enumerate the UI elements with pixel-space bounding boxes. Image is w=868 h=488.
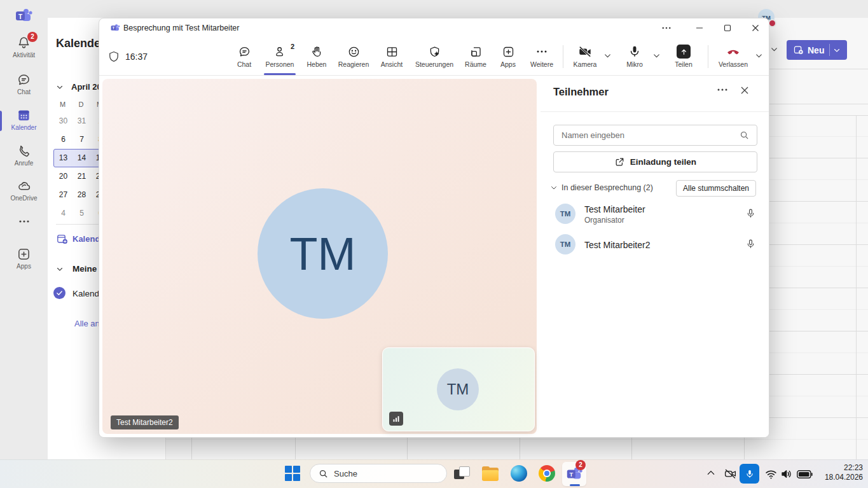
minimize-icon bbox=[696, 24, 703, 32]
leave-button[interactable]: Verlassen bbox=[713, 38, 753, 75]
mini-calendar-day[interactable]: 5 bbox=[72, 205, 91, 222]
self-view-tile[interactable]: TM bbox=[382, 347, 535, 431]
tab-more[interactable]: Weitere bbox=[523, 38, 560, 75]
chevron-down-icon[interactable] bbox=[56, 265, 64, 273]
tab-controls[interactable]: Steuerungen bbox=[410, 38, 458, 75]
task-view-button[interactable] bbox=[454, 466, 469, 480]
mini-calendar-day[interactable]: 30 bbox=[54, 113, 72, 130]
teams-taskbar-badge: 2 bbox=[575, 460, 586, 470]
mini-calendar-day[interactable]: 20 bbox=[54, 168, 72, 185]
calendar-add-icon bbox=[793, 45, 804, 55]
share-button[interactable]: Teilen bbox=[668, 38, 699, 75]
volume-icon[interactable] bbox=[780, 468, 793, 480]
battery-icon[interactable] bbox=[797, 470, 813, 478]
tab-label: Apps bbox=[500, 60, 516, 68]
participants-title: Teilnehmer bbox=[553, 86, 609, 98]
participant-search-input[interactable] bbox=[554, 130, 740, 140]
mic-icon bbox=[628, 45, 642, 59]
task-view-icon bbox=[459, 466, 470, 477]
camera-options-chevron[interactable] bbox=[603, 52, 612, 60]
mini-calendar-day[interactable]: 31 bbox=[72, 113, 91, 130]
mini-calendar-day[interactable]: 13 bbox=[54, 150, 72, 167]
chrome-button[interactable] bbox=[539, 465, 555, 482]
mini-calendar-day[interactable]: 4 bbox=[54, 205, 72, 222]
ellipsis-icon bbox=[19, 220, 29, 223]
section-chevron-icon[interactable] bbox=[550, 184, 558, 192]
sidebar-item-calendar[interactable]: Kalender bbox=[0, 108, 48, 131]
mic-button[interactable]: Mikro bbox=[618, 38, 651, 75]
mini-calendar-day[interactable]: 27 bbox=[54, 186, 72, 204]
participant-search[interactable] bbox=[553, 125, 757, 146]
wifi-icon[interactable] bbox=[765, 469, 777, 480]
security-shield-icon[interactable] bbox=[107, 50, 120, 63]
mute-all-button[interactable]: Alle stummschalten bbox=[676, 180, 756, 197]
sidebar-item-label: Apps bbox=[0, 263, 48, 270]
mini-calendar-day[interactable]: 7 bbox=[72, 131, 91, 148]
mini-calendar-day[interactable]: 14 bbox=[72, 150, 91, 167]
mic-options-chevron[interactable] bbox=[652, 52, 661, 60]
mini-calendar-day[interactable]: 28 bbox=[72, 186, 91, 204]
sidebar-item-apps[interactable]: Apps bbox=[0, 247, 48, 270]
plus-square-icon bbox=[17, 247, 31, 261]
calendar-checkbox[interactable] bbox=[53, 287, 65, 299]
mic-icon bbox=[745, 469, 755, 479]
file-explorer-button[interactable] bbox=[482, 466, 499, 481]
participant-mic-icon[interactable] bbox=[745, 208, 756, 219]
participants-more-button[interactable] bbox=[717, 88, 727, 91]
tab-raise-hand[interactable]: Heben bbox=[300, 38, 334, 75]
taskbar-clock[interactable]: 22:23 18.04.2026 bbox=[825, 463, 863, 482]
leave-options-chevron[interactable] bbox=[755, 52, 763, 60]
participant-row[interactable]: TM Test Mitarbeiter2 bbox=[541, 230, 769, 261]
tray-expand-button[interactable] bbox=[706, 470, 715, 476]
new-event-dropdown[interactable] bbox=[830, 46, 844, 54]
view-selector-chevron-icon[interactable] bbox=[770, 45, 778, 53]
meeting-maximize-button[interactable] bbox=[724, 24, 731, 32]
chevron-down-icon[interactable] bbox=[56, 83, 64, 91]
tab-view[interactable]: Ansicht bbox=[373, 38, 410, 75]
sidebar-item-calls[interactable]: Anrufe bbox=[0, 144, 48, 167]
mini-calendar-day[interactable]: 21 bbox=[72, 168, 91, 185]
tab-label: Steuerungen bbox=[415, 60, 453, 68]
mini-calendar-day[interactable]: 6 bbox=[54, 131, 72, 148]
new-event-button[interactable]: Neu bbox=[787, 40, 847, 60]
app-topbar bbox=[48, 0, 868, 18]
titlebar-more-button[interactable] bbox=[662, 27, 671, 29]
page-title: Kalender bbox=[56, 37, 105, 50]
participant-name: Test Mitarbeiter bbox=[584, 204, 645, 214]
new-event-main[interactable]: Neu bbox=[787, 45, 829, 55]
sidebar-item-activity[interactable]: 2 Aktivität bbox=[0, 36, 48, 59]
taskbar-search[interactable]: Suche bbox=[310, 464, 447, 483]
toolbar-tabs: Chat 2 Personen Heben Reagieren Ansicht bbox=[228, 38, 560, 75]
chat-icon bbox=[17, 73, 31, 87]
meeting-close-button[interactable] bbox=[752, 24, 759, 32]
rail-more-button[interactable] bbox=[0, 220, 48, 223]
section-header[interactable]: In dieser Besprechung (2) bbox=[561, 183, 653, 192]
teams-logo: T bbox=[14, 6, 33, 25]
participant-mic-icon[interactable] bbox=[745, 239, 756, 249]
meeting-timer: 16:37 bbox=[125, 52, 148, 62]
share-invite-button[interactable]: Einladung teilen bbox=[553, 151, 757, 172]
sidebar-item-chat[interactable]: Chat bbox=[0, 73, 48, 95]
maximize-icon bbox=[724, 24, 731, 32]
folder-icon bbox=[482, 470, 499, 481]
tab-people[interactable]: 2 Personen bbox=[260, 38, 300, 75]
tab-apps[interactable]: Apps bbox=[493, 38, 523, 75]
sidebar-item-onedrive[interactable]: OneDrive bbox=[0, 179, 48, 202]
sidebar-item-label: Aktivität bbox=[0, 52, 48, 59]
participant-initials: TM bbox=[560, 241, 571, 248]
participant-row[interactable]: TM Test Mitarbeiter Organisator bbox=[541, 200, 769, 230]
active-app-indicator bbox=[570, 484, 580, 486]
tab-react[interactable]: Reagieren bbox=[334, 38, 373, 75]
meeting-minimize-button[interactable] bbox=[696, 24, 703, 32]
tray-camera-off-button[interactable] bbox=[724, 467, 737, 480]
participants-close-button[interactable] bbox=[740, 86, 749, 95]
meeting-titlebar[interactable]: T Besprechung mit Test Mitarbeiter bbox=[99, 18, 769, 38]
tab-rooms[interactable]: Räume bbox=[458, 38, 493, 75]
ellipsis-icon bbox=[662, 27, 671, 29]
mic-label: Mikro bbox=[626, 60, 643, 68]
tray-mic-in-use-button[interactable] bbox=[740, 464, 759, 484]
edge-button[interactable] bbox=[511, 465, 527, 482]
start-button[interactable] bbox=[284, 465, 301, 482]
tab-chat[interactable]: Chat bbox=[228, 38, 260, 75]
camera-button[interactable]: Kamera bbox=[568, 38, 602, 75]
